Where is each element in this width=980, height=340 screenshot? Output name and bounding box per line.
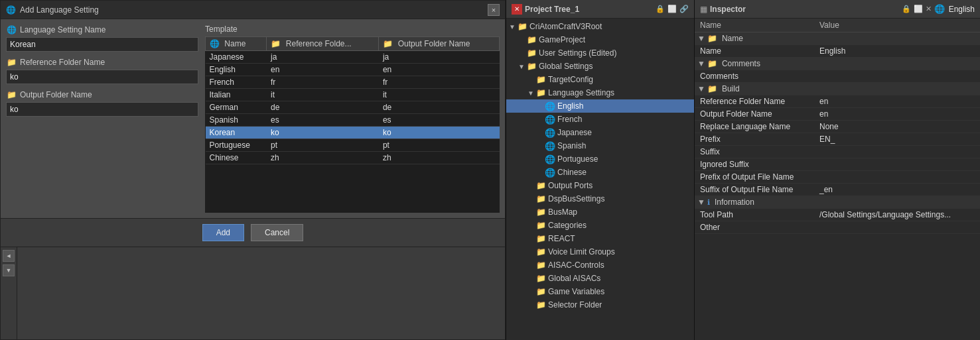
folder-icon: 📁 [536,75,546,84]
insp-row: Name English [695,45,980,58]
table-row[interactable]: Korean ko ko [206,127,500,139]
tree-item[interactable]: 🌐 French [506,113,694,126]
template-table: 🌐 Name 📁 Reference Folde... 📁 Output Fol… [205,36,500,164]
tree-item[interactable]: 📁 GameProject [506,33,694,46]
tree-item-label: Portuguese [557,154,598,164]
tree-item-label: Japanese [557,128,592,137]
row-ref: it [267,89,379,101]
tree-item[interactable]: 🌐 Japanese [506,126,694,139]
col-name-header: 🌐 Name [206,37,267,51]
table-row[interactable]: Spanish es es [206,114,500,127]
tree-item[interactable]: 📁 Selector Folder [506,298,694,312]
tree-item[interactable]: 🌐 Portuguese [506,152,694,166]
tree-item[interactable]: 📁 BusMap [506,205,694,219]
project-tree-titlebar: ✕ Project Tree_1 🔒 ⬜ 🔗 [506,0,694,19]
table-row[interactable]: Japanese ja ja [206,51,500,64]
cancel-button[interactable]: Cancel [251,224,303,241]
output-folder-name-group: 📁 Output Folder Name [6,89,198,117]
folder-col-icon-ref: 📁 [271,39,281,48]
insp-row-value: en [814,108,980,121]
tree-item[interactable]: 📁 Output Ports [506,179,694,192]
project-tree-panel: ✕ Project Tree_1 🔒 ⬜ 🔗 ▼ 📁 CriAtomCraftV… [506,0,695,340]
inspector-titlebar: ▦ Inspector 🔒 ⬜ ✕ 🌐 English [695,0,980,19]
tree-item[interactable]: 📁 Voice Limit Groups [506,245,694,258]
insp-row-label: Replace Language Name [695,121,814,133]
folder-icon: 📁 [536,274,546,283]
insp-section-header[interactable]: ▼ 📁 Name [695,32,980,45]
insp-section-header[interactable]: ▼ 📁 Comments [695,58,980,70]
section-name: Information [713,198,754,207]
tree-content: ▼ 📁 CriAtomCraftV3Root 📁 GameProject 📁 U… [506,19,694,340]
folder-icon: 📁 [536,247,546,256]
insp-row-value [814,158,980,171]
project-tree-close-btn[interactable]: ✕ [512,4,522,15]
tree-item-label: Output Ports [548,181,593,190]
insp-col-value: Value [814,19,980,32]
row-ref: es [267,114,379,127]
folder-icon: 📁 [536,207,546,217]
reference-folder-name-input[interactable] [6,70,198,84]
table-row[interactable]: English en en [206,64,500,76]
language-setting-name-input[interactable] [6,37,198,52]
tree-item-label: BusMap [548,207,577,217]
row-ref: ja [267,51,379,64]
tree-item-label: REACT [548,234,575,243]
insp-section-header[interactable]: ▼ ℹ Information [695,196,980,209]
insp-row-value: EN_ [814,133,980,146]
col-ref-header: 📁 Reference Folde... [267,37,379,51]
inspector-content: Name Value ▼ 📁 Name Name English ▼ 📁 Com… [695,19,980,340]
insp-row: Ignored Suffix [695,158,980,171]
language-setting-name-label: 🌐 Language Setting Name [6,25,198,35]
section-collapse-icon: ▼ [697,198,705,207]
bottom-side-panel: ◄ ▼ [1,247,17,339]
table-row[interactable]: Portuguese pt pt [206,139,500,152]
add-button[interactable]: Add [202,224,244,241]
insp-lock-icon: 🔒 [902,5,911,13]
insp-max-icon: ⬜ [914,5,923,13]
tree-item-label: Voice Limit Groups [548,247,615,256]
tree-item[interactable]: ▼ 📁 CriAtomCraftV3Root [506,20,694,33]
tree-item[interactable]: ▼ 📁 Language Settings [506,86,694,99]
tree-item-label: French [557,115,582,124]
table-row[interactable]: French fr fr [206,76,500,89]
tree-item[interactable]: 📁 User Settings (Edited) [506,46,694,60]
section-collapse-icon: ▼ [697,84,705,93]
dialog-close-button[interactable]: × [488,4,500,16]
insp-row-label: Reference Folder Name [695,95,814,108]
insp-section-header[interactable]: ▼ 📁 Build [695,83,980,95]
dialog-footer: Add Cancel [1,218,505,247]
row-ref: de [267,101,379,114]
tree-item[interactable]: 📁 Categories [506,219,694,232]
insp-row-value [814,70,980,83]
tree-item-label: CriAtomCraftV3Root [529,22,602,31]
insp-row-label: Prefix [695,133,814,146]
output-folder-name-input[interactable] [6,102,198,117]
insp-row-label: Suffix [695,146,814,158]
tree-item-label: Global AISACs [548,274,600,283]
tree-item[interactable]: ▼ 📁 Global Settings [506,60,694,73]
row-name: Spanish [206,114,267,127]
tree-item-label: Selector Folder [548,300,602,310]
side-icon-btn-2[interactable]: ▼ [3,264,15,276]
table-row[interactable]: German de de [206,101,500,114]
tree-item[interactable]: 🌐 Spanish [506,139,694,152]
tree-item[interactable]: 📁 REACT [506,232,694,245]
tree-item[interactable]: 📁 DspBusSettings [506,192,694,205]
tree-item[interactable]: 📁 TargetConfig [506,73,694,86]
dialog-titlebar: 🌐 Add Language Setting × [1,1,505,19]
inspector-table: Name Value ▼ 📁 Name Name English ▼ 📁 Com… [695,19,980,234]
table-row[interactable]: Chinese zh zh [206,152,500,164]
tree-item[interactable]: 📁 Global AISACs [506,272,694,285]
insp-row: Reference Folder Name en [695,95,980,108]
tree-item-label: AISAC-Controls [548,260,604,270]
tree-item[interactable]: 📁 AISAC-Controls [506,258,694,272]
table-row[interactable]: Italian it it [206,89,500,101]
insp-row: Replace Language Name None [695,121,980,133]
tree-item[interactable]: 🌐 Chinese [506,166,694,179]
tree-item-label: User Settings (Edited) [539,48,616,58]
tree-item[interactable]: 🌐 English [506,99,694,113]
tree-item[interactable]: 📁 Game Variables [506,285,694,298]
row-name: Chinese [206,152,267,164]
side-icon-btn-1[interactable]: ◄ [3,250,15,262]
folder-icon: 📁 [527,48,537,58]
